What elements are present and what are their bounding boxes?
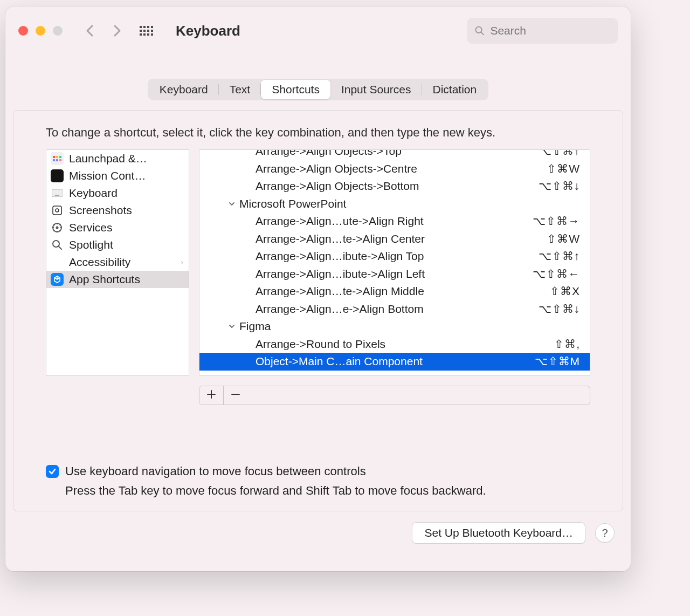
forward-button bbox=[109, 23, 125, 39]
reveal-indicator: › bbox=[181, 258, 183, 266]
search-input[interactable] bbox=[490, 24, 610, 37]
app-group-row[interactable]: Figma bbox=[199, 318, 590, 336]
shortcut-name: Arrange->Round to Pixels bbox=[256, 338, 554, 351]
svg-rect-2 bbox=[55, 195, 59, 196]
shortcut-name: Arrange->Align…e->Align Bottom bbox=[256, 303, 539, 316]
app-group-row[interactable]: Microsoft PowerPoint bbox=[199, 195, 590, 213]
shortcut-row[interactable]: Arrange->Align…ibute->Align Left⌥⇧⌘← bbox=[199, 265, 590, 283]
tab-text[interactable]: Text bbox=[219, 80, 261, 99]
tab-dictation[interactable]: Dictation bbox=[422, 80, 488, 99]
shortcut-row[interactable]: Arrange->Align Objects->Centre⇧⌘W bbox=[199, 160, 590, 178]
mission-icon bbox=[51, 169, 64, 182]
shortcuts-card: To change a shortcut, select it, click t… bbox=[13, 110, 623, 511]
shortcut-name: Figma bbox=[239, 320, 580, 333]
shortcut-row[interactable]: Arrange->Align Objects->Bottom⌥⇧⌘↓ bbox=[199, 177, 590, 195]
keyboard-nav-hint: Press the Tab key to move focus forward … bbox=[65, 484, 590, 498]
keyboard-nav-checkbox[interactable] bbox=[46, 465, 59, 478]
plus-icon bbox=[206, 389, 216, 399]
shortcut-name: Arrange->Align Objects->Centre bbox=[256, 162, 547, 175]
sidebar-item-label: Spotlight bbox=[69, 238, 113, 251]
category-sidebar[interactable]: Launchpad &…Mission Cont…KeyboardScreens… bbox=[46, 149, 189, 376]
remove-shortcut-button[interactable] bbox=[223, 386, 247, 405]
sidebar-item-label: Services bbox=[69, 221, 113, 234]
sidebar-item-spotlight[interactable]: Spotlight bbox=[46, 236, 189, 254]
minimize-window-button[interactable] bbox=[36, 26, 45, 36]
zoom-window-button bbox=[53, 26, 63, 36]
shortcut-keys[interactable]: ⌥⇧⌘← bbox=[533, 268, 580, 280]
shortcut-row[interactable]: Arrange->Round to Pixels⇧⌘, bbox=[199, 336, 590, 353]
instruction-label: To change a shortcut, select it, click t… bbox=[46, 126, 590, 140]
shortcut-list[interactable]: Arrange->Align Objects->Top⌥⇧⌘↑Arrange->… bbox=[199, 149, 590, 376]
check-icon bbox=[48, 467, 57, 476]
shortcut-keys[interactable]: ⌥⇧⌘→ bbox=[533, 215, 580, 228]
sidebar-item-label: Mission Cont… bbox=[69, 169, 146, 182]
sidebar-item-keyboard[interactable]: Keyboard bbox=[46, 184, 189, 202]
grid-icon bbox=[140, 26, 153, 36]
shortcut-row[interactable]: Arrange->Align…e->Align Bottom⌥⇧⌘↓ bbox=[199, 300, 590, 318]
tab-keyboard[interactable]: Keyboard bbox=[149, 80, 219, 99]
setup-bluetooth-keyboard-button[interactable]: Set Up Bluetooth Keyboard… bbox=[412, 522, 585, 544]
shortcut-keys[interactable]: ⌥⇧⌘↑ bbox=[539, 250, 581, 263]
svg-point-7 bbox=[53, 241, 59, 247]
shortcut-name: Arrange->Align…te->Align Center bbox=[256, 232, 547, 245]
sidebar-item-label: Launchpad &… bbox=[69, 152, 147, 165]
sidebar-item-screenshots[interactable]: Screenshots bbox=[46, 202, 189, 219]
help-icon: ? bbox=[602, 527, 608, 539]
disclosure-triangle[interactable] bbox=[226, 199, 237, 209]
sidebar-item-label: Keyboard bbox=[69, 187, 118, 200]
launchpad-icon bbox=[51, 152, 64, 165]
shortcut-keys[interactable]: ⌥⇧⌘↑ bbox=[539, 150, 581, 158]
shortcut-name: Object->Main C…ain Component bbox=[256, 355, 535, 368]
accessibility-icon bbox=[51, 256, 64, 269]
sidebar-item-launchpad[interactable]: Launchpad &… bbox=[46, 150, 189, 167]
search-icon bbox=[474, 25, 485, 37]
sidebar-item-label: Accessibility bbox=[69, 256, 130, 269]
disclosure-triangle[interactable] bbox=[226, 321, 237, 332]
shortcut-keys[interactable]: ⌥⇧⌘M bbox=[535, 355, 581, 368]
tab-input-sources[interactable]: Input Sources bbox=[330, 80, 422, 99]
shortcut-keys[interactable]: ⇧⌘, bbox=[554, 338, 580, 351]
shortcut-keys[interactable]: ⇧⌘W bbox=[547, 232, 580, 245]
add-remove-controls bbox=[199, 386, 590, 405]
sidebar-item-services[interactable]: Services bbox=[46, 219, 189, 236]
shortcut-keys[interactable]: ⌥⇧⌘↓ bbox=[539, 180, 581, 193]
sidebar-item-apps[interactable]: App Shortcuts bbox=[46, 271, 189, 288]
svg-point-8 bbox=[56, 258, 58, 261]
shortcut-row[interactable]: Arrange->Align Objects->Top⌥⇧⌘↑ bbox=[199, 150, 590, 160]
shortcut-name: Arrange->Align…ute->Align Right bbox=[256, 215, 533, 228]
shortcut-name: Microsoft PowerPoint bbox=[239, 197, 580, 210]
shortcut-row[interactable]: Arrange->Align…ibute->Align Top⌥⇧⌘↑ bbox=[199, 248, 590, 265]
shortcut-keys[interactable]: ⇧⌘W bbox=[547, 162, 580, 175]
shortcut-name: Arrange->Align Objects->Top bbox=[256, 150, 539, 158]
svg-rect-3 bbox=[53, 206, 61, 215]
toolbar: Keyboard bbox=[5, 6, 631, 55]
sidebar-item-accessibility[interactable]: Accessibility› bbox=[46, 254, 189, 271]
sidebar-item-label: Screenshots bbox=[69, 204, 132, 217]
spotlight-icon bbox=[51, 238, 64, 251]
search-field[interactable] bbox=[467, 18, 618, 44]
shortcut-row[interactable]: Arrange->Align…ute->Align Right⌥⇧⌘→ bbox=[199, 213, 590, 230]
shortcut-row[interactable]: Arrange->Align…te->Align Middle⇧⌘X bbox=[199, 283, 590, 300]
back-button[interactable] bbox=[82, 23, 98, 39]
footer: Set Up Bluetooth Keyboard… ? bbox=[5, 522, 631, 560]
svg-point-6 bbox=[56, 227, 59, 229]
close-window-button[interactable] bbox=[18, 26, 28, 36]
shortcut-row[interactable]: Arrange->Align…te->Align Center⇧⌘W bbox=[199, 230, 590, 248]
tabs-bar: KeyboardTextShortcutsInput SourcesDictat… bbox=[5, 55, 631, 100]
show-all-prefs-button[interactable] bbox=[138, 23, 154, 39]
screenshots-icon bbox=[51, 204, 64, 217]
keyboard-nav-label: Use keyboard navigation to move focus be… bbox=[65, 464, 366, 478]
help-button[interactable]: ? bbox=[595, 523, 615, 543]
apps-icon bbox=[51, 273, 64, 286]
window-controls bbox=[18, 26, 63, 36]
svg-point-4 bbox=[56, 209, 59, 212]
tab-shortcuts[interactable]: Shortcuts bbox=[261, 80, 330, 99]
add-shortcut-button[interactable] bbox=[199, 386, 223, 405]
shortcut-row[interactable]: Object->Main C…ain Component⌥⇧⌘M bbox=[199, 353, 590, 371]
sidebar-item-mission[interactable]: Mission Cont… bbox=[46, 167, 189, 184]
shortcut-keys[interactable]: ⌥⇧⌘↓ bbox=[539, 303, 581, 316]
minus-icon bbox=[231, 389, 240, 399]
keyboard-icon bbox=[51, 187, 64, 200]
preferences-window: Keyboard KeyboardTextShortcutsInput Sour… bbox=[5, 6, 631, 571]
shortcut-keys[interactable]: ⇧⌘X bbox=[550, 285, 580, 298]
